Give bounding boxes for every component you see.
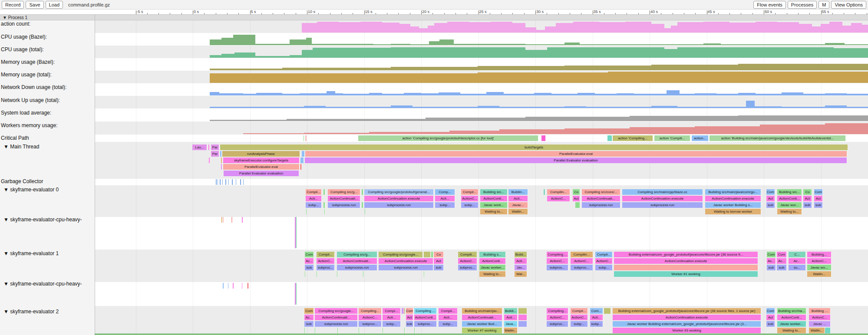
track-label-network-down-usage-total[interactable]: Network Down usage (total): bbox=[1, 84, 91, 90]
trace-event[interactable]: ActionC... bbox=[807, 258, 832, 264]
trace-event[interactable]: sub bbox=[803, 202, 812, 208]
trace-event[interactable]: subprocess.run bbox=[337, 265, 377, 270]
trace-event[interactable]: ParallelEvaluator.eval bbox=[305, 151, 847, 157]
trace-event[interactable]: Act bbox=[814, 196, 823, 201]
trace-event[interactable]: sub bbox=[304, 321, 314, 327]
trace-event[interactable]: Building src... bbox=[480, 189, 508, 195]
trace-event[interactable]: ActionC... bbox=[458, 258, 477, 264]
trace-event[interactable]: Worker #1 working bbox=[614, 271, 758, 277]
trace-event[interactable] bbox=[300, 164, 302, 170]
trace-event[interactable]: subp... bbox=[435, 202, 455, 208]
flow-events-button[interactable]: Flow events bbox=[753, 1, 786, 9]
trace-event[interactable]: Building ... bbox=[809, 308, 831, 314]
trace-event[interactable]: ActionC... bbox=[547, 315, 568, 320]
trace-event[interactable] bbox=[323, 189, 325, 195]
trace-event[interactable]: Com bbox=[406, 308, 413, 314]
trace-event[interactable]: Waiting to borrow worker bbox=[705, 209, 761, 214]
trace-event[interactable]: subp... bbox=[306, 202, 322, 208]
trace-event[interactable]: Acti... bbox=[504, 315, 518, 320]
trace-event[interactable]: Building external/com_google_protobuf/ja… bbox=[613, 308, 761, 314]
trace-event[interactable]: subprocess.run bbox=[582, 202, 620, 208]
trace-event[interactable]: Compiling src/g... bbox=[337, 252, 377, 257]
trace-event[interactable]: Building src/ma... bbox=[777, 308, 806, 314]
trace-event[interactable]: Compil... bbox=[595, 252, 613, 257]
trace-event[interactable] bbox=[362, 202, 363, 208]
trace-event[interactable]: Compiling ... bbox=[414, 308, 437, 314]
trace-event[interactable]: Compiling src/google/protobuf/generat... bbox=[364, 189, 434, 195]
trace-event[interactable]: C... bbox=[789, 252, 806, 257]
trace-event[interactable]: subproc... bbox=[458, 265, 477, 270]
trace-event[interactable]: Act bbox=[406, 315, 413, 320]
trace-event[interactable] bbox=[414, 328, 415, 333]
trace-event[interactable]: subproc... bbox=[359, 321, 382, 327]
trace-event[interactable] bbox=[404, 328, 405, 333]
track-label-main-thread[interactable]: ▼ Main Thread bbox=[3, 144, 94, 150]
trace-event[interactable]: Building src... bbox=[777, 189, 802, 195]
trace-event[interactable]: ActionContinuati... bbox=[337, 258, 377, 264]
trace-event[interactable]: ActionConti... bbox=[414, 315, 437, 320]
trace-event[interactable]: Javac worker Building s... bbox=[705, 202, 761, 208]
track-label-skyframe-evaluator-cpu-heavy[interactable]: ▼ skyframe-evaluator-cpu-heavy- bbox=[3, 281, 94, 287]
trace-event[interactable] bbox=[315, 328, 316, 333]
trace-event[interactable]: ActionC... bbox=[317, 258, 335, 264]
trace-event[interactable]: action 'Compiling... bbox=[613, 135, 653, 141]
trace-event[interactable] bbox=[607, 135, 612, 141]
trace-event[interactable]: Building src/main/java/com/go... bbox=[705, 189, 761, 195]
trace-event[interactable]: Java... bbox=[504, 321, 518, 327]
trace-event[interactable]: subprocess.run bbox=[315, 321, 358, 327]
trace-event[interactable]: Waitin... bbox=[809, 328, 825, 333]
trace-event[interactable]: buildTargets bbox=[220, 145, 848, 150]
trace-event[interactable] bbox=[825, 328, 831, 333]
trace-event[interactable]: subproc... bbox=[317, 265, 335, 270]
trace-event[interactable]: subproc... bbox=[414, 321, 437, 327]
trace-event[interactable]: Compiling src/google... bbox=[379, 252, 423, 257]
trace-event[interactable] bbox=[363, 271, 364, 277]
trace-event[interactable]: subp... bbox=[461, 202, 479, 208]
trace-event[interactable]: ActionConti... bbox=[777, 196, 802, 201]
trace-event[interactable]: sub bbox=[305, 265, 314, 270]
trace-event[interactable]: Compilin... bbox=[547, 189, 570, 195]
load-button[interactable]: Load bbox=[46, 1, 63, 9]
trace-event[interactable]: Javac wo... bbox=[807, 265, 832, 270]
trace-event[interactable]: Acti... bbox=[306, 196, 322, 201]
trace-event[interactable]: sub bbox=[406, 321, 413, 327]
trace-event[interactable]: Compil... bbox=[439, 308, 458, 314]
trace-event[interactable]: Buildi... bbox=[504, 308, 518, 314]
trace-event[interactable]: su... bbox=[789, 265, 806, 270]
trace-event[interactable]: Com bbox=[766, 308, 775, 314]
trace-event[interactable]: Buildin... bbox=[508, 189, 528, 195]
trace-event[interactable] bbox=[306, 135, 307, 141]
trace-event[interactable]: ActionC... bbox=[547, 258, 568, 264]
trace-event[interactable]: Comp... bbox=[435, 189, 455, 195]
trace-event[interactable]: Building src/main/jav... bbox=[462, 308, 502, 314]
track-label-skyframe-evaluator-0[interactable]: ▼ skyframe-evaluator 0 bbox=[3, 187, 94, 193]
trace-event[interactable] bbox=[405, 308, 406, 314]
trace-event[interactable]: Ac... bbox=[305, 258, 314, 264]
metadata-button[interactable]: M bbox=[818, 1, 829, 9]
trace-event[interactable]: Ac... bbox=[789, 258, 806, 264]
trace-event[interactable]: Act bbox=[434, 258, 444, 264]
trace-event[interactable]: Javac work... bbox=[480, 202, 508, 208]
trace-event[interactable]: Acti... bbox=[439, 315, 458, 320]
trace-event[interactable]: ActionContinuation.execute bbox=[364, 196, 434, 201]
track-label-cpu-usage-bazel[interactable]: CPU usage (Bazel): bbox=[1, 34, 91, 40]
trace-event[interactable]: Worker #7 working bbox=[462, 328, 502, 333]
trace-event[interactable]: Act bbox=[803, 196, 812, 201]
trace-event[interactable]: Acti... bbox=[383, 315, 401, 320]
trace-event[interactable]: Compilin... bbox=[571, 252, 593, 257]
trace-event[interactable]: Com bbox=[767, 252, 776, 257]
trace-event[interactable]: ActionC... bbox=[571, 258, 593, 264]
track-label-memory-usage-total[interactable]: Memory usage (total): bbox=[1, 72, 91, 78]
trace-event[interactable] bbox=[518, 308, 527, 314]
trace-event[interactable]: Building external/com_google_protobuf/ja… bbox=[614, 252, 758, 257]
trace-event[interactable]: Javac worker... bbox=[777, 321, 806, 327]
record-button[interactable]: Record bbox=[2, 1, 24, 9]
trace-event[interactable]: Javac wor... bbox=[777, 202, 802, 208]
save-button[interactable]: Save bbox=[26, 1, 43, 9]
trace-event[interactable] bbox=[220, 151, 222, 157]
trace-event[interactable]: ActionContinuati... bbox=[315, 315, 358, 320]
trace-event[interactable]: Waiting to... bbox=[777, 209, 802, 214]
trace-event[interactable]: subprocess.run bbox=[364, 202, 434, 208]
trace-event[interactable]: Building s... bbox=[479, 252, 506, 257]
trace-event[interactable]: Com bbox=[305, 252, 314, 257]
